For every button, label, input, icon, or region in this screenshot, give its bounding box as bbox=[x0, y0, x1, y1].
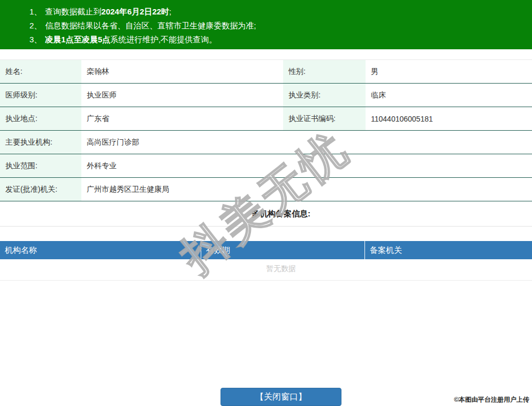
field-label-main-institution: 主要执业机构: bbox=[0, 131, 81, 154]
field-label-issuing-authority: 发证(批准)机关: bbox=[0, 178, 81, 201]
table-row: 执业范围: 外科专业 bbox=[0, 154, 532, 178]
filing-table-header: 机构名称 有效期 备案机关 bbox=[0, 241, 532, 259]
column-header-institution-name: 机构名称 bbox=[0, 241, 201, 259]
field-value-certificate-number: 110440106005181 bbox=[366, 107, 532, 131]
section-title-multi-institution: 多机构备案信息: bbox=[0, 201, 532, 227]
field-label-certificate-number: 执业证书编码: bbox=[283, 107, 366, 131]
notice-banner: 1、查询数据截止到2024年6月2日22时; 2、信息数据结果以各省、自治区、直… bbox=[0, 0, 532, 49]
notice-text-bold: 2024年6月2日22时 bbox=[101, 7, 169, 16]
field-value-practice-category: 临床 bbox=[366, 84, 532, 107]
field-label-doctor-level: 医师级别: bbox=[0, 84, 81, 107]
table-row: 发证(批准)机关: 广州市越秀区卫生健康局 bbox=[0, 178, 532, 201]
field-value-practice-scope: 外科专业 bbox=[81, 154, 532, 178]
notice-text: 查询数据截止到 bbox=[45, 7, 101, 16]
column-header-validity-period: 有效期 bbox=[201, 241, 364, 259]
notice-line-2: 2、信息数据结果以各省、自治区、直辖市卫生健康委数据为准; bbox=[29, 19, 532, 33]
table-row: 医师级别: 执业医师 执业类别: 临床 bbox=[0, 84, 532, 107]
doctor-info-table: 姓名: 栾翰林 性别: 男 医师级别: 执业医师 执业类别: 临床 执业地点: … bbox=[0, 59, 532, 201]
notice-number: 1、 bbox=[29, 7, 42, 16]
attribution-text: ©本图由平台注册用户上传 bbox=[454, 395, 529, 404]
field-label-practice-scope: 执业范围: bbox=[0, 154, 81, 178]
notice-text-tail: ; bbox=[169, 7, 171, 16]
page-container: 1、查询数据截止到2024年6月2日22时; 2、信息数据结果以各省、自治区、直… bbox=[0, 0, 532, 281]
notice-line-3: 3、凌晨1点至凌晨5点系统进行维护,不能提供查询。 bbox=[29, 33, 532, 47]
field-label-practice-location: 执业地点: bbox=[0, 107, 81, 131]
field-label-practice-category: 执业类别: bbox=[283, 84, 366, 107]
notice-text-tail: 系统进行维护,不能提供查询。 bbox=[110, 35, 217, 44]
notice-number: 3、 bbox=[29, 35, 42, 44]
field-value-practice-location: 广东省 bbox=[81, 107, 283, 131]
close-window-button[interactable]: 【关闭窗口】 bbox=[221, 388, 341, 406]
table-row: 主要执业机构: 高尚医疗门诊部 bbox=[0, 131, 532, 154]
field-label-name: 姓名: bbox=[0, 60, 81, 84]
notice-number: 2、 bbox=[29, 21, 42, 30]
field-value-gender: 男 bbox=[366, 60, 532, 84]
table-row: 姓名: 栾翰林 性别: 男 bbox=[0, 60, 532, 84]
notice-text-bold: 凌晨1点至凌晨5点 bbox=[45, 35, 110, 44]
table-row: 执业地点: 广东省 执业证书编码: 110440106005181 bbox=[0, 107, 532, 131]
field-value-issuing-authority: 广州市越秀区卫生健康局 bbox=[81, 178, 532, 201]
field-label-gender: 性别: bbox=[283, 60, 366, 84]
column-header-filing-authority: 备案机关 bbox=[364, 241, 532, 259]
empty-data-message: 暂无数据 bbox=[0, 259, 532, 281]
field-value-name: 栾翰林 bbox=[81, 60, 283, 84]
notice-text: 信息数据结果以各省、自治区、直辖市卫生健康委数据为准; bbox=[45, 21, 256, 30]
notice-line-1: 1、查询数据截止到2024年6月2日22时; bbox=[29, 5, 532, 19]
field-value-main-institution: 高尚医疗门诊部 bbox=[81, 131, 532, 154]
field-value-doctor-level: 执业医师 bbox=[81, 84, 283, 107]
